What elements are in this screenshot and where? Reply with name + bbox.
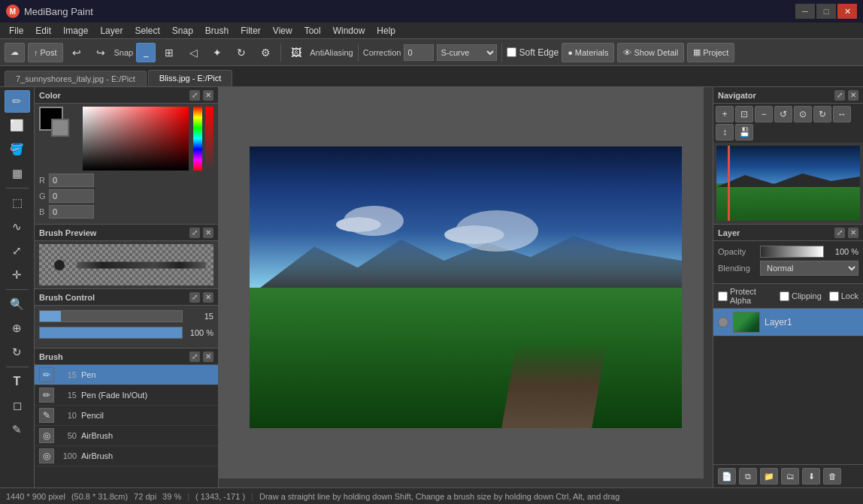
brush-control-close[interactable]: ✕ bbox=[203, 292, 213, 303]
canvas-scroll-vertical[interactable] bbox=[704, 87, 713, 487]
star-btn[interactable]: ✦ bbox=[207, 42, 228, 63]
menu-window[interactable]: Window bbox=[327, 24, 371, 38]
tab-0[interactable]: 7_sunnyshores_italy.jpg - E:/Pict bbox=[5, 71, 147, 86]
layer-panel-close[interactable]: ✕ bbox=[848, 228, 858, 238]
canvas-area[interactable] bbox=[219, 87, 713, 487]
brush-item-2[interactable]: ✎ 10 Pencil bbox=[35, 406, 218, 426]
rotate-tool[interactable]: ↻ bbox=[5, 341, 30, 364]
menu-layer[interactable]: Layer bbox=[94, 24, 129, 38]
show-detail-button[interactable]: 👁 Show Detail bbox=[617, 43, 684, 62]
correction-input[interactable]: 0 bbox=[404, 44, 434, 61]
layer-panel-expand[interactable]: ⤢ bbox=[834, 228, 845, 238]
maximize-button[interactable]: □ bbox=[816, 4, 836, 19]
tab-1[interactable]: Bliss.jpg - E:/Pict bbox=[148, 70, 233, 86]
brush-item-3[interactable]: ◎ 50 AirBrush bbox=[35, 426, 218, 446]
brush-item-4[interactable]: ◎ 100 AirBrush bbox=[35, 446, 218, 466]
soft-edge-checkbox[interactable] bbox=[507, 47, 516, 57]
blending-select[interactable]: Normal Multiply Screen Overlay bbox=[760, 261, 858, 276]
nav-flip-h[interactable]: ↔ bbox=[833, 106, 851, 122]
redo-button[interactable]: ↪ bbox=[90, 42, 111, 63]
channel-b-input[interactable] bbox=[49, 205, 94, 219]
nav-save[interactable]: 💾 bbox=[735, 124, 753, 140]
grid-icon-btn[interactable]: ⊞ bbox=[159, 42, 180, 63]
color-close-btn[interactable]: ✕ bbox=[203, 90, 213, 101]
clipping-label[interactable]: Clipping bbox=[780, 287, 822, 305]
pen-tool[interactable]: ✏ bbox=[5, 90, 30, 113]
menu-view[interactable]: View bbox=[267, 24, 298, 38]
gradient-tool[interactable]: ▦ bbox=[5, 162, 30, 185]
background-color[interactable] bbox=[51, 119, 69, 137]
correction-dropdown[interactable]: S-curve Smooth bbox=[437, 44, 497, 61]
layer-new-btn[interactable]: 📄 bbox=[718, 468, 736, 484]
lasso-tool[interactable]: ∿ bbox=[5, 216, 30, 238]
rotate-btn[interactable]: ↻ bbox=[231, 42, 252, 63]
layer-visibility-1[interactable] bbox=[718, 317, 728, 327]
zoom-tool[interactable]: ⊕ bbox=[5, 317, 30, 340]
nav-zoom-in[interactable]: + bbox=[716, 106, 734, 122]
clipping-cb[interactable] bbox=[780, 291, 789, 301]
size-slider[interactable] bbox=[39, 310, 183, 322]
close-button[interactable]: ✕ bbox=[837, 4, 857, 19]
menu-filter[interactable]: Filter bbox=[235, 24, 267, 38]
menu-brush[interactable]: Brush bbox=[199, 24, 235, 38]
project-button[interactable]: ▦ Project bbox=[687, 43, 734, 62]
image-btn[interactable]: 🖼 bbox=[286, 42, 307, 63]
materials-button[interactable]: ● Materials bbox=[562, 43, 614, 62]
opacity-slider[interactable] bbox=[39, 327, 183, 339]
snap-active-btn[interactable]: ⎯ bbox=[136, 43, 156, 62]
lock-cb[interactable] bbox=[829, 291, 839, 301]
canvas-scroll-horizontal[interactable] bbox=[219, 478, 704, 487]
layer-folder-btn[interactable]: 🗂 bbox=[781, 468, 799, 484]
brush-preview-expand[interactable]: ⤢ bbox=[189, 228, 200, 238]
lock-label[interactable]: Lock bbox=[829, 287, 858, 305]
navigator-expand[interactable]: ⤢ bbox=[834, 90, 845, 101]
select-tool[interactable]: ⬚ bbox=[5, 192, 30, 214]
menu-snap[interactable]: Snap bbox=[166, 24, 199, 38]
brush-item-1[interactable]: ✏ 15 Pen (Fade In/Out) bbox=[35, 385, 218, 406]
ruler-btn[interactable]: ◁ bbox=[183, 42, 204, 63]
layer-delete-btn[interactable]: 🗑 bbox=[823, 468, 841, 484]
brush-preview-close[interactable]: ✕ bbox=[203, 228, 213, 238]
color-gradient[interactable] bbox=[83, 107, 189, 171]
nav-rotate-ccw[interactable]: ↺ bbox=[774, 106, 792, 122]
minimize-button[interactable]: ─ bbox=[795, 4, 815, 19]
menu-edit[interactable]: Edit bbox=[29, 24, 57, 38]
color-expand-btn[interactable]: ⤢ bbox=[189, 90, 200, 101]
menu-file[interactable]: File bbox=[3, 24, 29, 38]
brush-panel-close[interactable]: ✕ bbox=[203, 352, 213, 362]
brush-control-expand[interactable]: ⤢ bbox=[189, 292, 200, 303]
shape-tool[interactable]: ◻ bbox=[5, 394, 30, 417]
menu-select[interactable]: Select bbox=[129, 24, 165, 38]
opacity-bar[interactable] bbox=[760, 246, 824, 258]
undo-button[interactable]: ↩ bbox=[66, 42, 87, 63]
menu-help[interactable]: Help bbox=[371, 24, 401, 38]
layer-item-1[interactable]: Layer1 bbox=[713, 309, 863, 337]
settings-btn[interactable]: ⚙ bbox=[255, 42, 276, 63]
brush-item-0[interactable]: ✏ 15 Pen bbox=[35, 365, 218, 385]
layer-copy-btn[interactable]: ⧉ bbox=[739, 468, 757, 484]
menu-image[interactable]: Image bbox=[57, 24, 94, 38]
brush-panel-expand[interactable]: ⤢ bbox=[189, 352, 200, 362]
nav-zoom-out[interactable]: − bbox=[755, 106, 773, 122]
layer-import-btn[interactable]: 📁 bbox=[760, 468, 778, 484]
navigator-close[interactable]: ✕ bbox=[848, 90, 858, 101]
navigator-preview[interactable] bbox=[716, 146, 860, 221]
post-button[interactable]: ↑ Post bbox=[28, 43, 63, 62]
custom-tool[interactable]: ✎ bbox=[5, 418, 30, 441]
menu-tool[interactable]: Tool bbox=[298, 24, 327, 38]
eraser-tool[interactable]: ⬜ bbox=[5, 114, 30, 137]
toolbar-cloud-btn[interactable]: ☁ bbox=[5, 43, 25, 62]
protect-alpha-label[interactable]: Protect Alpha bbox=[718, 287, 772, 305]
color-alpha-slider[interactable] bbox=[205, 107, 213, 171]
layer-merge-btn[interactable]: ⬇ bbox=[802, 468, 820, 484]
text-tool[interactable]: T bbox=[5, 370, 30, 393]
nav-rotate-cw[interactable]: ↻ bbox=[813, 106, 831, 122]
nav-fit[interactable]: ⊡ bbox=[735, 106, 753, 122]
channel-r-input[interactable] bbox=[49, 174, 94, 187]
protect-alpha-cb[interactable] bbox=[718, 291, 728, 301]
eyedropper-tool[interactable]: 🔍 bbox=[5, 293, 30, 315]
channel-g-input[interactable] bbox=[49, 189, 94, 203]
move-tool[interactable]: ✛ bbox=[5, 264, 30, 286]
color-hue-slider[interactable] bbox=[193, 107, 201, 171]
nav-flip-v[interactable]: ↕ bbox=[716, 124, 734, 140]
